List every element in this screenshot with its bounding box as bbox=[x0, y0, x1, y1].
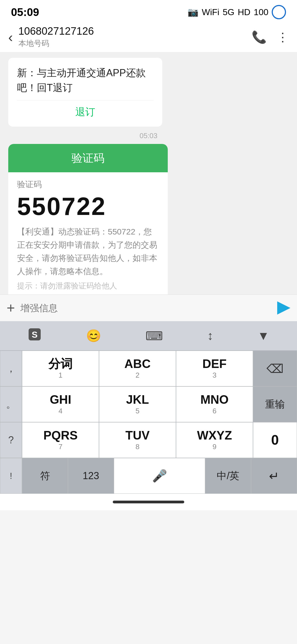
plus-button[interactable]: + bbox=[7, 300, 15, 316]
key-def[interactable]: DEF 3 bbox=[176, 351, 253, 386]
header-actions: 📞 ⋮ bbox=[252, 30, 289, 44]
sogou-icon[interactable]: S bbox=[28, 327, 42, 344]
microphone-icon: 🎤 bbox=[152, 469, 167, 483]
key-exclaim[interactable]: ! bbox=[0, 458, 22, 494]
key-pqrs[interactable]: PQRS 7 bbox=[22, 422, 99, 458]
wifi-icon: WiFi bbox=[202, 7, 219, 17]
signal-icon: 5G bbox=[223, 7, 235, 17]
message-timestamp: 05:03 bbox=[8, 132, 289, 140]
send-button[interactable] bbox=[275, 301, 290, 315]
chat-area: 新：与主动开通交通APP还款吧！回T退订 退订 05:03 验证码 验证码 55… bbox=[0, 52, 297, 294]
unsubscribe-link[interactable]: 退订 bbox=[17, 100, 153, 119]
delete-key[interactable]: ⌫ bbox=[253, 351, 297, 386]
collapse-keyboard-icon[interactable]: ▼ bbox=[257, 329, 270, 343]
keyboard-icon[interactable]: ⌨ bbox=[145, 329, 163, 343]
verify-tip: 提示：请勿泄露验证码给他人 bbox=[17, 281, 159, 291]
keyboard-toolbar: S 😊 ⌨ ↕ ▼ bbox=[0, 321, 297, 351]
keyboard-bottom-row: ! 符 123 🎤 中/英 ↵ bbox=[0, 458, 297, 494]
verify-header: 验证码 bbox=[8, 144, 168, 172]
status-time: 05:09 bbox=[11, 6, 39, 18]
verify-bubble: 验证码 验证码 550722 【利安通】动态验证码：550722，您正在安安分期… bbox=[8, 144, 168, 294]
verify-header-text: 验证码 bbox=[72, 152, 105, 164]
input-area: + bbox=[0, 294, 297, 321]
more-button[interactable]: ⋮ bbox=[277, 30, 289, 44]
key-question[interactable]: ? bbox=[0, 422, 22, 458]
status-bar: 05:09 📷 WiFi 5G HD 100 bbox=[0, 0, 297, 22]
enter-icon: ↵ bbox=[269, 469, 279, 483]
contact-label: 本地号码 bbox=[18, 38, 252, 49]
status-icons: 📷 WiFi 5G HD 100 bbox=[188, 5, 286, 19]
key-lang[interactable]: 中/英 bbox=[205, 458, 251, 494]
key-zero[interactable]: 0 bbox=[253, 422, 297, 458]
chat-header: ‹ 1068027127126 本地号码 📞 ⋮ bbox=[0, 22, 297, 52]
key-ghi[interactable]: GHI 4 bbox=[22, 386, 99, 422]
verify-code-number: 550722 bbox=[17, 192, 159, 221]
keyboard-row-2: 。 GHI 4 JKL 5 MNO 6 重输 bbox=[0, 386, 297, 422]
keyboard-row-1: ， 分词 1 ABC 2 DEF 3 ⌫ bbox=[0, 351, 297, 386]
home-indicator bbox=[0, 494, 297, 510]
key-123[interactable]: 123 bbox=[68, 458, 114, 494]
cursor-icon[interactable]: ↕ bbox=[207, 329, 213, 343]
keyboard-row-3: ? PQRS 7 TUV 8 WXYZ 9 0 bbox=[0, 422, 297, 458]
key-voice[interactable]: 🎤 bbox=[114, 458, 205, 494]
key-period[interactable]: 。 bbox=[0, 386, 22, 422]
back-button[interactable]: ‹ bbox=[8, 29, 13, 45]
contact-info: 1068027127126 本地号码 bbox=[18, 25, 252, 49]
verify-desc: 【利安通】动态验证码：550722，您正在安安分期申请借款，为了您的交易安全，请… bbox=[17, 225, 159, 278]
key-wxyz[interactable]: WXYZ 9 bbox=[176, 422, 253, 458]
verify-code-label: 验证码 bbox=[17, 179, 159, 190]
hd-icon: HD bbox=[238, 7, 250, 17]
key-symbol[interactable]: 符 bbox=[22, 458, 68, 494]
emoji-icon[interactable]: 😊 bbox=[86, 329, 101, 343]
key-mno[interactable]: MNO 6 bbox=[176, 386, 253, 422]
key-jkl[interactable]: JKL 5 bbox=[99, 386, 176, 422]
key-comma[interactable]: ， bbox=[0, 351, 22, 386]
svg-text:S: S bbox=[32, 330, 38, 340]
battery-icon bbox=[272, 5, 286, 19]
message-input[interactable] bbox=[20, 303, 270, 313]
key-fenci[interactable]: 分词 1 bbox=[22, 351, 99, 386]
key-enter[interactable]: ↵ bbox=[251, 458, 297, 494]
key-tuv[interactable]: TUV 8 bbox=[99, 422, 176, 458]
contact-phone: 1068027127126 bbox=[18, 25, 252, 37]
keyboard: ， 分词 1 ABC 2 DEF 3 ⌫ 。 GHI 4 JKL 5 MNO 6 bbox=[0, 351, 297, 494]
battery-text: 100 bbox=[254, 7, 268, 17]
retype-key[interactable]: 重输 bbox=[253, 386, 297, 422]
camera-icon: 📷 bbox=[188, 7, 199, 17]
home-bar bbox=[113, 501, 184, 503]
message-text-1: 新：与主动开通交通APP还款吧！回T退订 bbox=[17, 66, 153, 95]
call-button[interactable]: 📞 bbox=[252, 30, 267, 44]
verify-body: 验证码 550722 【利安通】动态验证码：550722，您正在安安分期申请借款… bbox=[8, 172, 168, 294]
message-bubble-1: 新：与主动开通交通APP还款吧！回T退订 退订 bbox=[8, 58, 162, 127]
key-abc[interactable]: ABC 2 bbox=[99, 351, 176, 386]
